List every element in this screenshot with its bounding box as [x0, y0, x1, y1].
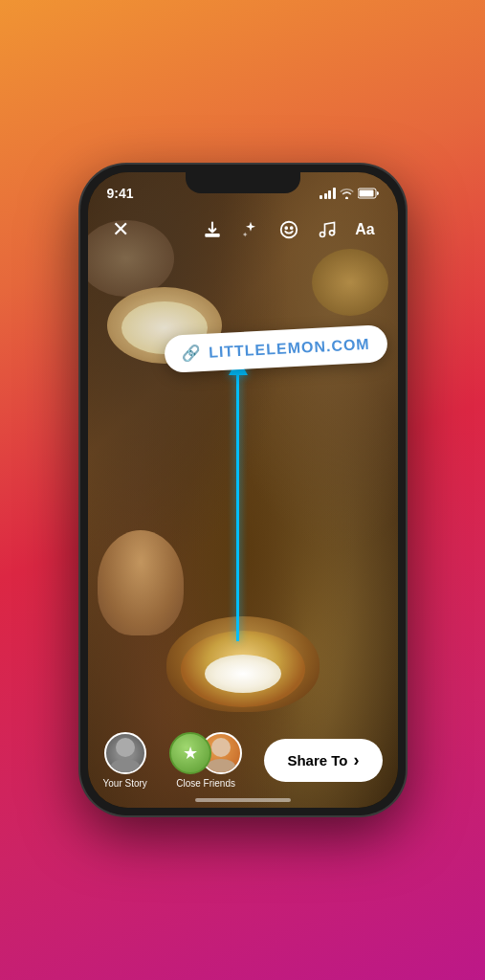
status-time: 9:41 [107, 186, 134, 201]
your-story-label: Your Story [103, 778, 147, 789]
bowl-center [205, 655, 281, 693]
close-friends-option[interactable]: ★ Close Friends [169, 732, 242, 789]
top-toolbar: ✕ [88, 207, 398, 253]
phone-frame: 9:41 [80, 165, 406, 815]
music-icon[interactable] [310, 212, 344, 247]
cf-person-body [207, 759, 235, 774]
bowl-inner [181, 631, 305, 707]
avatar-person-head [116, 738, 135, 757]
svg-rect-1 [359, 190, 373, 197]
bowl-main [166, 616, 320, 712]
download-icon[interactable] [195, 212, 230, 247]
svg-point-5 [320, 233, 324, 237]
close-friends-label: Close Friends [176, 778, 235, 789]
share-chevron-icon: › [354, 750, 360, 770]
svg-point-2 [280, 222, 297, 238]
close-button[interactable]: ✕ [103, 212, 138, 247]
close-friends-star-icon: ★ [183, 743, 198, 764]
emoji-icon[interactable] [272, 212, 306, 247]
svg-point-4 [290, 227, 292, 229]
home-indicator [195, 798, 291, 802]
arrow-annotation [236, 373, 239, 641]
bottom-bar: Your Story ★ Close Friends [88, 732, 398, 789]
svg-point-3 [285, 227, 287, 229]
avatar-person-body [111, 759, 140, 774]
share-button-label: Share To [287, 752, 347, 768]
share-to-button[interactable]: Share To › [264, 739, 382, 782]
your-story-option[interactable]: Your Story [103, 732, 147, 789]
text-button[interactable]: Aa [348, 212, 383, 247]
link-sticker-text: LITTLELEMON.COM [208, 335, 369, 361]
cf-person-head [211, 738, 231, 757]
wifi-icon [340, 188, 354, 199]
phone-notch [186, 172, 300, 193]
close-friends-avatar-1: ★ [169, 732, 211, 774]
battery-icon [358, 188, 379, 199]
your-story-avatar [104, 732, 146, 774]
toolbar-right-icons: Aa [195, 212, 383, 247]
svg-point-6 [329, 231, 334, 235]
status-icons [320, 188, 379, 199]
phone-screen: 9:41 [88, 172, 398, 808]
bread-item [98, 530, 184, 635]
link-sticker-icon: 🔗 [181, 344, 201, 363]
signal-bars [320, 188, 336, 199]
arrow-line [236, 373, 239, 641]
story-content: 9:41 [88, 172, 398, 808]
sparkles-icon[interactable] [233, 212, 268, 247]
food-decoration-2 [312, 249, 388, 316]
